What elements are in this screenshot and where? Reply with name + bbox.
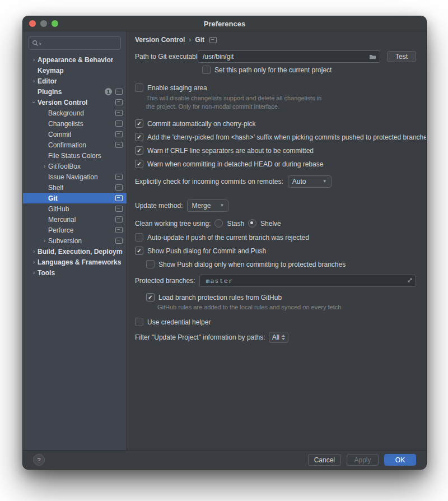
git-settings-panel: Version Control › Git Path to Git execut… — [127, 31, 426, 450]
sidebar-item-shelf[interactable]: Shelf — [23, 182, 127, 193]
breadcrumb-git: Git — [195, 36, 204, 44]
sidebar-item-confirmation[interactable]: Confirmation — [23, 140, 127, 150]
protected-branches-field[interactable] — [199, 275, 416, 287]
chevron-down-icon: ▼ — [323, 179, 327, 184]
modified-settings-icon — [115, 227, 123, 233]
expand-field-icon[interactable] — [407, 277, 413, 283]
modified-settings-icon — [115, 142, 123, 148]
checkbox-box — [202, 66, 211, 74]
traffic-lights — [29, 20, 58, 27]
plugins-update-badge: 1 — [105, 88, 112, 95]
ok-button[interactable]: OK — [384, 454, 416, 466]
settings-sidebar: ▾ Appearance & Behavior Keymap Editor — [23, 31, 127, 450]
breadcrumb-version-control[interactable]: Version Control — [135, 36, 185, 44]
checkbox-show-push-dialog[interactable]: Show Push dialog for Commit and Push — [135, 247, 416, 255]
sidebar-item-subversion[interactable]: Subversion — [23, 235, 127, 246]
sidebar-item-editor[interactable]: Editor — [23, 76, 127, 86]
update-method-dropdown[interactable]: Merge ▼ — [187, 200, 228, 212]
modified-settings-icon — [115, 216, 123, 222]
search-icon — [32, 40, 39, 47]
checkbox-set-path-current-project[interactable]: Set this path only for the current proje… — [202, 66, 416, 74]
checkbox-enable-staging-area[interactable]: Enable staging area — [135, 84, 416, 92]
staging-help-text: This will disable changelists support an… — [146, 94, 416, 111]
incoming-commits-dropdown[interactable]: Auto ▼ — [288, 175, 332, 188]
modified-settings-icon — [115, 206, 123, 212]
modified-settings-icon — [115, 131, 123, 137]
sidebar-item-perforce[interactable]: Perforce — [23, 225, 127, 235]
dialog-footer: ? Cancel Apply OK — [23, 450, 426, 469]
checkbox-box — [135, 160, 143, 168]
sidebar-item-issue-navigation[interactable]: Issue Navigation — [23, 171, 127, 182]
sidebar-item-mercurial[interactable]: Mercurial — [23, 214, 127, 225]
chevron-down-icon: ▼ — [220, 203, 224, 208]
radio-shelve[interactable]: Shelve — [248, 219, 281, 228]
settings-search-field[interactable]: ▾ — [29, 36, 121, 50]
checkbox-commit-on-cherry-pick[interactable]: Commit automatically on cherry-pick — [135, 119, 416, 128]
close-window-button[interactable] — [29, 20, 36, 27]
help-button[interactable]: ? — [33, 454, 45, 466]
search-options-caret-icon: ▾ — [39, 42, 41, 46]
checkbox-box — [135, 247, 143, 255]
chevron-down-icon — [30, 99, 38, 105]
checkbox-show-push-protected-only[interactable]: Show Push dialog only when committing to… — [146, 260, 416, 268]
sidebar-item-keymap[interactable]: Keymap — [23, 65, 127, 76]
modified-settings-icon — [115, 184, 123, 191]
protected-branches-label: Protected branches: — [135, 277, 195, 285]
apply-button[interactable]: Apply — [347, 454, 379, 466]
sidebar-item-plugins[interactable]: Plugins 1 — [23, 86, 127, 97]
sidebar-item-changelists[interactable]: Changelists — [23, 118, 127, 129]
modified-settings-icon — [115, 238, 123, 244]
incoming-commits-label: Explicitly check for incoming commits on… — [135, 178, 283, 185]
minimize-window-button[interactable] — [40, 20, 47, 27]
search-input[interactable] — [42, 39, 118, 48]
folder-browse-icon[interactable] — [369, 54, 376, 60]
sidebar-item-file-status-colors[interactable]: File Status Colors — [23, 150, 127, 161]
sidebar-item-commit[interactable]: Commit — [23, 129, 127, 140]
sidebar-item-languages-frameworks[interactable]: Languages & Frameworks — [23, 257, 127, 267]
filter-paths-select[interactable]: All — [269, 332, 288, 343]
radio-stash[interactable]: Stash — [214, 219, 244, 228]
update-method-label: Update method: — [135, 202, 183, 210]
radio-button — [214, 219, 223, 228]
chevron-right-icon — [30, 248, 38, 254]
checkbox-load-github-rules[interactable]: Load branch protection rules from GitHub — [146, 293, 416, 301]
modified-settings-icon — [115, 110, 123, 116]
zoom-window-button[interactable] — [52, 20, 58, 27]
sidebar-item-background[interactable]: Background — [23, 108, 127, 118]
test-button[interactable]: Test — [387, 51, 416, 62]
breadcrumb: Version Control › Git — [135, 36, 416, 44]
git-executable-input[interactable] — [202, 52, 369, 61]
modified-settings-icon — [115, 89, 123, 95]
checkbox-box — [146, 260, 155, 268]
modified-settings-icon — [209, 37, 217, 43]
chevron-right-icon — [30, 78, 38, 84]
checkbox-auto-update-rejected-push[interactable]: Auto-update if push of the current branc… — [135, 233, 416, 242]
sidebar-item-github[interactable]: GitHub — [23, 203, 127, 214]
cancel-button[interactable]: Cancel — [308, 454, 341, 466]
sidebar-item-gittoolbox[interactable]: GitToolBox — [23, 161, 127, 171]
sidebar-item-appearance-behavior[interactable]: Appearance & Behavior — [23, 54, 127, 65]
protected-branches-input[interactable] — [204, 277, 411, 285]
checkbox-cherry-picked-suffix[interactable]: Add the 'cherry-picked from <hash>' suff… — [135, 133, 416, 141]
checkbox-use-credential-helper[interactable]: Use credential helper — [135, 318, 416, 326]
checkbox-warn-detached-head[interactable]: Warn when committing in detached HEAD or… — [135, 160, 416, 168]
checkbox-box — [135, 233, 143, 242]
git-executable-field[interactable] — [198, 50, 380, 63]
modified-settings-icon — [115, 99, 123, 105]
checkbox-box — [135, 146, 143, 155]
breadcrumb-separator-icon: › — [189, 36, 191, 44]
modified-settings-icon — [115, 195, 123, 201]
checkbox-box — [146, 293, 155, 301]
checkbox-box — [135, 318, 143, 326]
radio-button-selected — [248, 219, 256, 228]
sidebar-item-tools[interactable]: Tools — [23, 267, 127, 278]
modified-settings-icon — [115, 120, 123, 127]
github-rules-help-text: GitHub rules are added to the local rule… — [157, 303, 416, 312]
checkbox-box — [135, 133, 143, 141]
git-executable-label: Path to Git executable: — [135, 53, 198, 61]
checkbox-warn-crlf[interactable]: Warn if CRLF line separators are about t… — [135, 146, 416, 155]
sidebar-item-git[interactable]: Git — [23, 193, 127, 203]
sidebar-item-build-execution-deployment[interactable]: Build, Execution, Deployment — [23, 246, 127, 257]
sidebar-item-version-control[interactable]: Version Control — [23, 97, 127, 108]
modified-settings-icon — [115, 174, 123, 180]
